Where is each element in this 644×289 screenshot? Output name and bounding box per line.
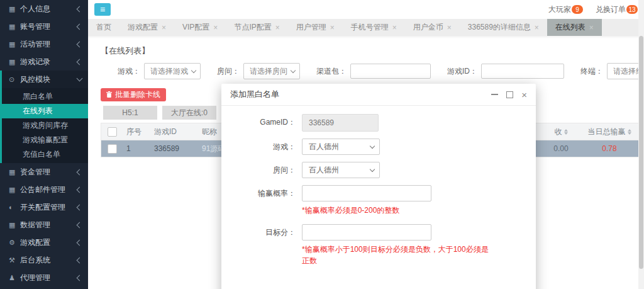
close-icon[interactable]: ×	[535, 24, 539, 31]
tab-首页[interactable]: 首页	[88, 19, 119, 36]
chevron-left-icon	[77, 23, 83, 30]
tab-用户管理[interactable]: 用户管理×	[288, 19, 343, 36]
batch-delete-button[interactable]: 批量删除卡线	[101, 88, 166, 101]
modal-game-label: 游戏：	[221, 139, 302, 155]
grid-icon: ▦	[9, 168, 20, 176]
modal-prob-label: 输赢概率：	[221, 185, 302, 201]
sidebar-item-label: 数据管理	[20, 220, 77, 230]
notification-badge: 13	[626, 5, 638, 14]
room-filter-select[interactable]: 请选择房间	[243, 63, 300, 79]
tab-用户金币[interactable]: 用户金币×	[405, 19, 460, 36]
gameid-filter-input[interactable]	[481, 64, 564, 79]
sidebar-item-数据管理[interactable]: ▦数据管理	[0, 216, 88, 234]
sort-icon[interactable]	[628, 129, 631, 135]
header-link-大玩家[interactable]: 大玩家9	[548, 4, 583, 15]
sidebar-group: ⊙风控模块黑白名单在线列表游戏房间库存游戏输赢配置充值白名单	[0, 71, 88, 163]
close-icon[interactable]: ×	[275, 24, 280, 31]
cell-seq: 1	[123, 144, 150, 153]
modal-target-label: 目标分：	[221, 224, 302, 241]
sidebar-item-游戏记录[interactable]: ▦游戏记录	[0, 53, 88, 71]
sidebar-subitem-黑白名单[interactable]: 黑白名单	[2, 89, 88, 104]
scrollbar-thumb[interactable]	[639, 36, 643, 269]
modal-target-note: *输赢概率小于100则目标分必须是负数，大于100必须是正数	[302, 244, 491, 267]
sidebar-item-个人信息[interactable]: ▦个人信息	[0, 0, 88, 18]
tab-在线列表[interactable]: 在线列表×	[547, 19, 602, 36]
modal-game-select[interactable]: 百人德州	[302, 139, 380, 155]
sidebar-item-开关配置管理[interactable]: ◐开关配置管理	[0, 198, 88, 216]
chevron-left-icon	[77, 222, 83, 228]
close-icon[interactable]: ×	[162, 24, 166, 31]
gameid-filter-label: 游戏ID：	[447, 66, 477, 77]
column-label: 当日总输赢	[588, 127, 626, 137]
tab-bar: 首页游戏配置×VIP配置×节点IP配置×用户管理×手机号管理×用户金币×3365…	[88, 19, 644, 37]
sidebar-item-资金管理[interactable]: ▦资金管理	[0, 163, 88, 181]
sidebar-item-label: 公告邮件管理	[20, 184, 77, 195]
game-filter-label: 游戏：	[118, 66, 140, 77]
tab-VIP配置[interactable]: VIP配置×	[174, 19, 226, 36]
sidebar-group: ▦游戏记录	[0, 53, 88, 71]
grid-icon: ▦	[9, 40, 20, 48]
page-scrollbar[interactable]	[638, 0, 644, 289]
row-checkbox[interactable]	[108, 144, 117, 154]
modal-game-value: 百人德州	[309, 142, 339, 152]
grid-icon: ▦	[9, 23, 20, 31]
modal-room-select[interactable]: 百人德州	[302, 162, 380, 178]
sidebar-subitem-充值白名单[interactable]: 充值白名单	[2, 147, 88, 162]
tab-手机号管理[interactable]: 手机号管理×	[343, 19, 405, 36]
sidebar-item-游戏配置[interactable]: ⚙游戏配置	[0, 234, 88, 251]
sidebar-group: ▦个人信息	[0, 0, 88, 18]
sidebar-group: ▦公告邮件管理	[0, 181, 88, 198]
sidebar-item-公告邮件管理[interactable]: ▦公告邮件管理	[0, 181, 88, 198]
column-header-seq: 序号	[123, 127, 150, 137]
tab-336589的详细信息[interactable]: 336589的详细信息×	[460, 19, 547, 36]
modal-target-input[interactable]	[302, 224, 431, 241]
modal-prob-input[interactable]	[302, 185, 431, 201]
column-label: 昵称	[202, 127, 217, 136]
chevron-down-icon	[191, 68, 196, 73]
channel-filter-input[interactable]	[350, 64, 431, 79]
sidebar-group: ⚒后台系统	[0, 251, 88, 269]
close-icon[interactable]: ×	[213, 24, 218, 31]
sidebar-item-账号管理[interactable]: ▦账号管理	[0, 18, 88, 35]
tab-节点IP配置[interactable]: 节点IP配置×	[226, 19, 287, 36]
sidebar-group: ♟代理管理	[0, 269, 88, 286]
hamburger-button[interactable]: ≡	[94, 3, 111, 16]
tab-游戏配置[interactable]: 游戏配置×	[119, 19, 174, 36]
select-all-checkbox[interactable]	[108, 127, 117, 137]
header-link-label: 大玩家	[548, 4, 571, 15]
sidebar-item-活动管理[interactable]: ▦活动管理	[0, 35, 88, 53]
sort-icon[interactable]	[564, 129, 568, 135]
close-icon[interactable]: ×	[447, 24, 452, 31]
sidebar-item-label: 代理管理	[20, 273, 77, 283]
sidebar-subitem-在线列表[interactable]: 在线列表	[0, 104, 88, 118]
close-icon[interactable]: ×	[521, 90, 527, 99]
sidebar-group: ▦数据管理	[0, 216, 88, 234]
chevron-left-icon	[77, 169, 83, 175]
close-icon[interactable]: ×	[589, 24, 594, 31]
minimize-icon[interactable]	[491, 94, 498, 95]
modal-gameid-field: 336589	[302, 114, 379, 132]
stat-button[interactable]: H5:1	[103, 106, 157, 120]
tab-label: 手机号管理	[351, 22, 389, 33]
column-header-check	[101, 127, 123, 137]
sidebar-item-label: 开关配置管理	[20, 202, 77, 213]
maximize-icon[interactable]	[506, 91, 513, 98]
toggle-icon: ◐	[9, 203, 20, 211]
channel-filter-label: 渠道包：	[316, 66, 347, 77]
stat-button[interactable]: 大厅在线:0	[162, 106, 216, 120]
sidebar-item-风控模块[interactable]: ⊙风控模块	[2, 71, 88, 88]
tab-label: VIP配置	[182, 22, 209, 33]
modal-gameid-label: GameID：	[221, 114, 302, 132]
tab-label: 用户管理	[296, 22, 326, 33]
row-checkbox-cell	[101, 144, 123, 154]
sidebar-item-后台系统[interactable]: ⚒后台系统	[0, 251, 88, 269]
game-filter-select[interactable]: 请选择游戏	[144, 63, 201, 79]
sidebar-subitem-游戏输赢配置[interactable]: 游戏输赢配置	[2, 133, 88, 147]
header-link-兑换订单[interactable]: 兑换订单13	[596, 4, 638, 15]
wrench-icon: ⚒	[9, 256, 20, 264]
close-icon[interactable]: ×	[392, 24, 397, 31]
sidebar-subitem-游戏房间库存[interactable]: 游戏房间库存	[2, 118, 88, 133]
sidebar-item-代理管理[interactable]: ♟代理管理	[0, 269, 88, 286]
chevron-left-icon	[77, 186, 83, 193]
close-icon[interactable]: ×	[330, 24, 335, 31]
